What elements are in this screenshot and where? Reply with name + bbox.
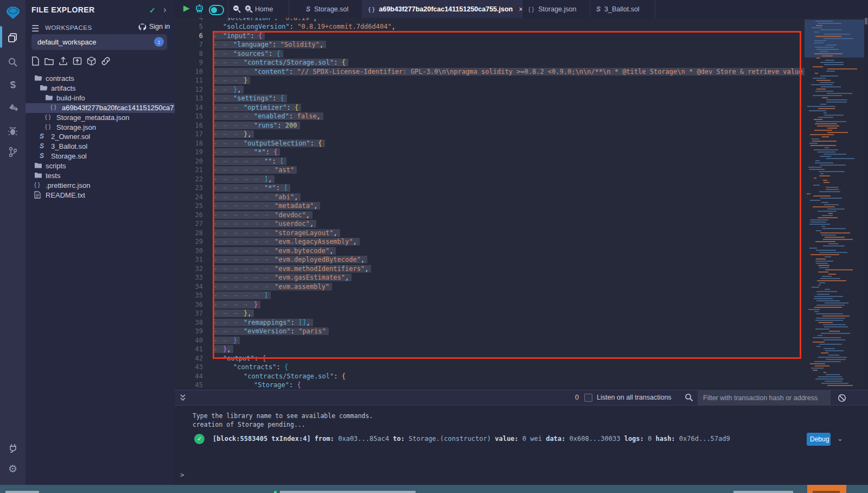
link-icon[interactable] bbox=[101, 56, 111, 66]
settings-gear-icon[interactable]: ⚙ bbox=[0, 459, 25, 478]
status-bar bbox=[0, 485, 868, 493]
terminal: 0 Listen on all transactions Type the li… bbox=[175, 390, 868, 485]
status-item bbox=[280, 491, 416, 493]
tx-summary: [block:5583405 txIndex:4] from: 0xa03...… bbox=[213, 435, 730, 443]
solidity-compiler-icon[interactable] bbox=[0, 76, 25, 94]
folder-icon bbox=[34, 162, 42, 170]
tree-item-2-owner-sol[interactable]: S2_Owner.sol bbox=[25, 132, 175, 142]
debug-button[interactable]: Debug bbox=[807, 433, 831, 446]
doc-icon bbox=[34, 191, 41, 200]
status-item bbox=[5, 491, 39, 493]
braces-icon: { } bbox=[50, 104, 57, 110]
workspace-dropdown-icon[interactable]: ↕ bbox=[154, 37, 164, 47]
sol-icon: S bbox=[306, 5, 310, 13]
transaction-filter-input[interactable] bbox=[698, 390, 831, 405]
file-explorer-icon[interactable] bbox=[0, 28, 25, 47]
status-alert-badge[interactable] bbox=[807, 485, 846, 493]
sign-in-button[interactable]: Sign in bbox=[138, 23, 170, 30]
status-connected-icon bbox=[274, 491, 277, 493]
tree-item-artifacts[interactable]: artifacts bbox=[25, 84, 175, 93]
cube-icon[interactable] bbox=[87, 56, 96, 66]
sol-icon: S bbox=[40, 152, 44, 160]
workspace-select[interactable]: default_workspace ↕ bbox=[31, 34, 167, 50]
terminal-prompt[interactable]: > bbox=[180, 471, 184, 479]
listen-checkbox[interactable] bbox=[584, 394, 592, 402]
plugin-manager-icon[interactable] bbox=[0, 439, 25, 457]
braces-icon: { } bbox=[368, 5, 375, 13]
file-toolbar bbox=[31, 56, 111, 66]
tree-item-a69b43f277ba20fcac141151250ca7-[interactable]: { }a69b43f277ba20fcac141151250ca7... bbox=[25, 103, 175, 113]
panel-title: FILE EXPLORER bbox=[31, 5, 94, 14]
new-folder-icon[interactable] bbox=[44, 56, 54, 66]
transaction-count: 0 bbox=[575, 394, 579, 401]
tree-item-scripts[interactable]: scripts bbox=[25, 161, 175, 171]
activity-bar: ⚙ bbox=[0, 0, 26, 485]
code-editor[interactable]: 4 "solcVersion": "0.8.19",5 "solcLongVer… bbox=[175, 18, 805, 390]
braces-icon: { } bbox=[34, 181, 41, 188]
tree-item-3-ballot-sol[interactable]: S3_Ballot.sol bbox=[25, 142, 175, 151]
braces-icon: { } bbox=[528, 5, 534, 13]
terminal-search-icon[interactable] bbox=[685, 393, 693, 404]
home-icon: ⌂ bbox=[246, 4, 251, 14]
upload-file-icon[interactable] bbox=[59, 56, 68, 66]
run-script-button[interactable]: ▶ bbox=[183, 3, 190, 13]
tab-storage-sol[interactable]: SStorage.sol bbox=[299, 0, 362, 18]
clear-console-icon[interactable] bbox=[838, 394, 846, 404]
tab-home[interactable]: ⌂Home bbox=[240, 0, 289, 18]
tx-success-icon: ✓ bbox=[194, 434, 205, 444]
sign-in-label: Sign in bbox=[149, 23, 170, 30]
listen-label[interactable]: Listen on all transactions bbox=[597, 394, 672, 401]
deploy-run-icon[interactable] bbox=[0, 99, 25, 117]
folder-icon bbox=[34, 172, 42, 180]
workspaces-label: WORKSPACES bbox=[45, 24, 92, 31]
tab-3-ballot-sol[interactable]: S3_Ballot.sol bbox=[590, 0, 655, 18]
tree-item-readme-txt[interactable]: README.txt bbox=[25, 191, 175, 200]
sol-icon: S bbox=[40, 132, 44, 140]
terminal-header: 0 Listen on all transactions bbox=[175, 390, 868, 406]
search-icon[interactable] bbox=[0, 53, 25, 71]
tree-item-contracts[interactable]: contracts bbox=[25, 74, 175, 84]
tree-item-tests[interactable]: tests bbox=[25, 171, 175, 181]
ai-copilot-icon[interactable] bbox=[194, 4, 205, 16]
minimap[interactable] bbox=[805, 18, 864, 390]
chevron-right-icon[interactable]: › bbox=[163, 4, 167, 15]
sol-icon: S bbox=[40, 142, 44, 150]
debugger-icon[interactable] bbox=[0, 122, 25, 140]
folder-open-icon bbox=[45, 94, 53, 103]
tab-storage-json[interactable]: { }Storage.json bbox=[522, 0, 590, 18]
sol-icon: S bbox=[596, 5, 601, 13]
terminal-log: creation of Storage pending... bbox=[193, 421, 305, 428]
workspaces-menu-icon[interactable]: ☰ bbox=[31, 23, 39, 34]
upload-folder-icon[interactable] bbox=[73, 56, 82, 66]
tree-item-storage-sol[interactable]: SStorage.sol bbox=[25, 151, 175, 161]
scrollbar[interactable] bbox=[864, 18, 868, 390]
remix-logo-icon[interactable] bbox=[0, 3, 25, 22]
tree-item-storage-json[interactable]: { }Storage.json bbox=[25, 123, 175, 132]
braces-icon: { } bbox=[45, 113, 52, 120]
tree-item-storage-metadata-json[interactable]: { }Storage_metadata.json bbox=[25, 113, 175, 123]
collapse-terminal-icon[interactable] bbox=[179, 393, 187, 404]
copilot-toggle[interactable] bbox=[209, 5, 224, 15]
check-icon: ✓ bbox=[149, 6, 156, 15]
file-explorer-panel: FILE EXPLORER ✓ › ☰ WORKSPACES Sign in d… bbox=[25, 0, 175, 485]
tab-a69b43f277ba20fcac141151250ca755-json[interactable]: { }a69b43f277ba20fcac141151250ca755.json… bbox=[362, 0, 522, 18]
git-branch-icon[interactable] bbox=[0, 143, 25, 161]
status-item bbox=[733, 491, 793, 493]
folder-open-icon bbox=[34, 74, 42, 83]
tree-item--prettierrc-json[interactable]: { }.prettierrc.json bbox=[25, 181, 175, 191]
folder-open-icon bbox=[40, 84, 48, 93]
terminal-hint: Type the library name to see available c… bbox=[193, 412, 373, 420]
github-icon bbox=[138, 23, 146, 30]
braces-icon: { } bbox=[45, 123, 52, 130]
workspace-name: default_workspace bbox=[37, 38, 96, 46]
new-file-icon[interactable] bbox=[31, 56, 40, 66]
tab-bar: ▶ ⌂HomeSStorage.sol{ }a69b43f277ba20fcac… bbox=[175, 0, 868, 18]
tx-expand-icon[interactable]: ⌄ bbox=[837, 434, 843, 443]
tree-item-build-info[interactable]: build-info bbox=[25, 93, 175, 103]
scrollbar-thumb[interactable] bbox=[865, 18, 867, 24]
